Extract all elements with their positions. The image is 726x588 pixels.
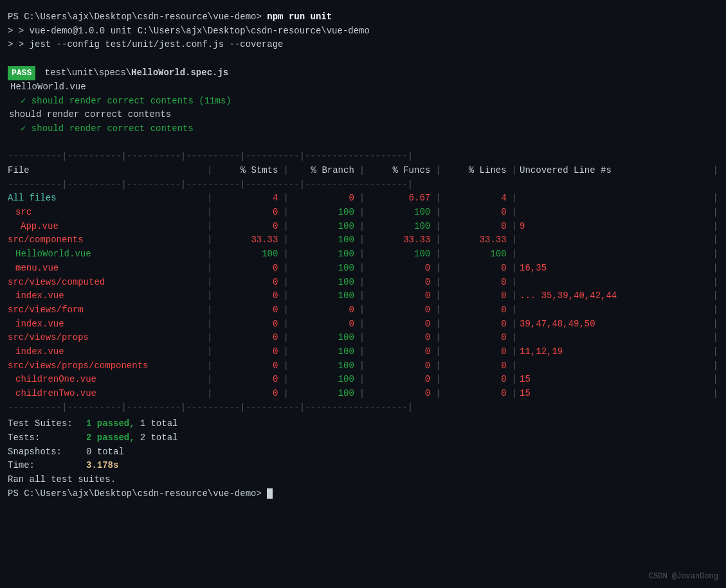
tests-value: 2 passed, [86, 431, 135, 445]
table-row: index.vue|0|100|0|0|11,12,19| [8, 345, 718, 359]
table-header-row: File | % Stmts | % Branch | % Funcs | % … [8, 164, 718, 178]
header-lines: % Lines [441, 164, 512, 178]
header-funcs: % Funcs [365, 164, 435, 178]
cell-file: menu.vue [8, 262, 207, 276]
snapshots-value: 0 total [86, 445, 124, 459]
table-row: src/views/props|0|100|0|0|| [8, 331, 718, 345]
pass-badge: PASS [8, 66, 35, 80]
terminal-window: PS C:\Users\ajx\Desktop\csdn-resource\vu… [8, 10, 718, 501]
cell-file: index.vue [8, 345, 207, 359]
table-row: All files|4|0|6.67|4|| [8, 192, 718, 206]
table-row: src/views/form|0|0|0|0|| [8, 303, 718, 317]
divider-top: ----------|----------|----------|-------… [8, 150, 718, 164]
cursor [267, 488, 272, 499]
prompt-line-2: PS C:\Users\ajx\Desktop\csdn-resource\vu… [8, 487, 718, 501]
cell-file: src/views/props [8, 331, 207, 345]
table-row: src/components|33.33|100|33.33|33.33|| [8, 233, 718, 247]
suites-label: Test Suites: [8, 417, 78, 431]
summary-section: Test Suites: 1 passed, 1 total Tests: 2 … [8, 417, 718, 501]
table-row: src|0|100|100|0|| [8, 206, 718, 220]
cell-file: src [8, 206, 207, 220]
cell-file: index.vue [8, 289, 207, 303]
prompt-text-1: PS C:\Users\ajx\Desktop\csdn-resource\vu… [8, 12, 262, 22]
info-line-1: > > vue-demo@1.0.0 unit C:\Users\ajx\Des… [8, 24, 718, 39]
pass-line: PASS test\unit\specs\HelloWorld.spec.js [8, 66, 718, 80]
summary-snapshots: Snapshots: 0 total [8, 445, 718, 459]
tests-total: 2 total [140, 431, 178, 445]
header-branch: % Branch [289, 164, 359, 178]
divider-bottom: ----------|----------|----------|-------… [8, 401, 718, 415]
npm-command: npm run unit [267, 12, 332, 22]
check-line-1: ✓ should render correct contents (11ms) [21, 94, 718, 109]
header-uncovered: Uncovered Line #s [517, 164, 713, 178]
suite-2-label: should render correct contents [9, 108, 718, 122]
table-body: All files|4|0|6.67|4||src|0|100|100|0||A… [8, 192, 718, 400]
suites-value: 1 passed, [86, 417, 135, 431]
summary-time: Time: 3.178s [8, 459, 718, 473]
table-row: HelloWorld.vue|100|100|100|100|| [8, 247, 718, 262]
cell-file: src/views/computed [8, 276, 207, 290]
cell-file: index.vue [8, 317, 207, 332]
table-row: index.vue|0|0|0|0|39,47,48,49,50| [8, 317, 718, 332]
watermark: CSDN @JovanDong [649, 571, 718, 583]
spec-path-plain: test\unit\specs\ [39, 67, 131, 78]
cell-file: HelloWorld.vue [8, 247, 207, 262]
suites-total: 1 total [140, 417, 178, 431]
header-stmts: % Stmts [212, 164, 283, 178]
cell-file: src/components [8, 233, 207, 247]
table-row: childrenTwo.vue|0|100|0|0|15| [8, 387, 718, 401]
check-line-2: ✓ should render correct contents [21, 122, 718, 136]
cell-file: src/views/props/components [8, 359, 207, 373]
coverage-table: ----------|----------|----------|-------… [8, 150, 718, 414]
table-row: index.vue|0|100|0|0|... 35,39,40,42,44| [8, 289, 718, 303]
cell-file: childrenTwo.vue [8, 387, 207, 401]
spec-path-bold: HelloWorld.spec.js [131, 67, 228, 78]
prompt-line-1: PS C:\Users\ajx\Desktop\csdn-resource\vu… [8, 10, 718, 24]
table-row: src/views/props/components|0|100|0|0|| [8, 359, 718, 373]
time-label: Time: [8, 459, 78, 473]
divider-mid: ----------|----------|----------|-------… [8, 178, 718, 192]
tests-label: Tests: [8, 431, 78, 445]
summary-suites: Test Suites: 1 passed, 1 total [8, 417, 718, 431]
cell-file: src/views/form [8, 303, 207, 317]
table-row: App.vue|0|100|100|0|9| [8, 220, 718, 234]
cell-file: childrenOne.vue [8, 373, 207, 387]
ran-all-line: Ran all test suites. [8, 473, 718, 487]
time-value: 3.178s [86, 459, 118, 473]
summary-tests: Tests: 2 passed, 2 total [8, 431, 718, 445]
header-file: File [8, 164, 207, 178]
table-row: src/views/computed|0|100|0|0|| [8, 276, 718, 290]
info-line-2: > > jest --config test/unit/jest.conf.js… [8, 38, 718, 52]
snapshots-label: Snapshots: [8, 445, 78, 459]
cell-file: App.vue [8, 220, 207, 234]
table-row: menu.vue|0|100|0|0|16,35| [8, 262, 718, 276]
table-row: childrenOne.vue|0|100|0|0|15| [8, 373, 718, 387]
component-name-line: HelloWorld.vue [10, 80, 718, 94]
cell-file: All files [8, 192, 207, 206]
